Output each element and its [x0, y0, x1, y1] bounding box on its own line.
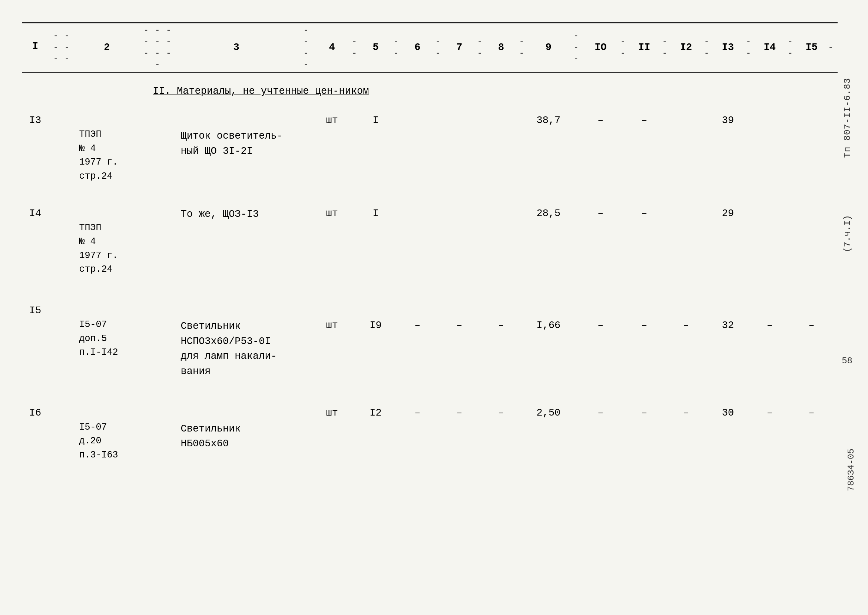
right-label-4: 786З4-05 [846, 448, 856, 491]
row-col14: – [757, 297, 783, 381]
row-sep4 [430, 200, 446, 278]
spacer-row-1 [22, 184, 838, 200]
row-sep7 [567, 297, 586, 381]
row-sep11 [741, 297, 757, 381]
spacer-row-2 [22, 278, 838, 297]
col-header-sep9: - - - [567, 23, 586, 73]
right-label-1: Тп 807-II-6.83 [842, 78, 852, 158]
col-header-sep10: - - [615, 23, 631, 73]
table-row: I5 I5-07 доп.5 п.I-I42 Светильник НСПО3х… [22, 297, 838, 381]
col-header-4: 4 [317, 23, 347, 73]
row-col12 [673, 200, 699, 278]
row-col7: – [446, 399, 472, 464]
row-sep5 [472, 297, 488, 381]
row-sep2 [347, 106, 363, 185]
row-sep2 [347, 399, 363, 464]
row-sep9 [657, 106, 673, 185]
row-id: I4 [22, 200, 48, 278]
row-col11: – [631, 297, 657, 381]
section-empty-1 [22, 72, 75, 106]
row-unit: шт [317, 399, 347, 464]
row-desc-sep [138, 200, 177, 278]
row-col8 [488, 200, 514, 278]
row-col5: I [363, 106, 389, 185]
row-sep7 [567, 399, 586, 464]
row-sep11 [741, 399, 757, 464]
row-sep7 [567, 106, 586, 185]
row-desc-sep [138, 399, 177, 464]
main-table-container: I - - - - - - 2 - - - - - - - - - - 3 - … [22, 22, 838, 464]
row-ref: I5-07 доп.5 п.I-I42 [75, 297, 138, 381]
col-header-sep7: - - [472, 23, 488, 73]
section-empty-2 [446, 72, 838, 106]
col-header-11: II [631, 23, 657, 73]
row-id: I3 [22, 106, 48, 185]
col-header-14: I4 [757, 23, 783, 73]
row-col9: 28,5 [530, 200, 567, 278]
row-col10: – [586, 200, 615, 278]
row-sep1 [296, 200, 317, 278]
row-remaining [741, 106, 838, 185]
row-col15: – [799, 297, 824, 381]
row-remaining [741, 200, 838, 278]
section-label: II. Материалы, не учтенные цен-ником [153, 84, 369, 99]
row-col15: – [799, 399, 824, 464]
row-id: I5 [22, 297, 48, 381]
row-col10: – [586, 399, 615, 464]
row-sep4 [430, 399, 446, 464]
row-sep6 [514, 200, 530, 278]
col-header-9: 9 [530, 23, 567, 73]
row-ref-sep [48, 399, 75, 464]
row-col11: – [631, 399, 657, 464]
row-sep3 [389, 200, 405, 278]
col-header-sep2: - - - - - - - - - - [138, 23, 177, 73]
section-label-cell: II. Материалы, не учтенные цен-ником [75, 72, 446, 106]
row-sep5 [472, 399, 488, 464]
row-ref: ТПЭП № 4 1977 г. стр.24 [75, 106, 138, 185]
row-col9: 38,7 [530, 106, 567, 185]
col-header-7: 7 [446, 23, 472, 73]
row-unit: шт [317, 297, 347, 381]
row-sep10 [699, 399, 715, 464]
col-header-sep11: - - [657, 23, 673, 73]
col-header-6: 6 [404, 23, 430, 73]
row-col11: – [631, 106, 657, 185]
table-row: I4 ТПЭП № 4 1977 г. стр.24 То же, ЩОЗ-I3… [22, 200, 838, 278]
col-header-sep6: - - [430, 23, 446, 73]
col-header-10: IO [586, 23, 615, 73]
row-col6: – [404, 399, 430, 464]
col-header-sep5: - - [389, 23, 405, 73]
row-sep3 [389, 399, 405, 464]
col-header-5: 5 [363, 23, 389, 73]
col-header-13: I3 [715, 23, 741, 73]
row-col13: 30 [715, 399, 741, 464]
row-sep9 [657, 399, 673, 464]
row-sep10 [699, 200, 715, 278]
row-sep1 [296, 297, 317, 381]
data-table: I - - - - - - 2 - - - - - - - - - - 3 - … [22, 22, 838, 464]
row-col6 [404, 200, 430, 278]
col-header-sep12: - - [699, 23, 715, 73]
row-col7 [446, 200, 472, 278]
row-col12 [673, 106, 699, 185]
row-col5: I9 [363, 297, 389, 381]
row-col13: 39 [715, 106, 741, 185]
row-col9: 2,50 [530, 399, 567, 464]
row-col12: – [673, 399, 699, 464]
row-col5: I [363, 200, 389, 278]
page: I - - - - - - 2 - - - - - - - - - - 3 - … [0, 0, 868, 615]
row-col10: – [586, 106, 615, 185]
row-sep4 [430, 297, 446, 381]
col-header-sep1: - - - - - - [48, 23, 75, 73]
table-row: I3 ТПЭП № 4 1977 г. стр.24 Щиток осветит… [22, 106, 838, 185]
row-sep1 [296, 399, 317, 464]
row-sep12 [783, 399, 799, 464]
row-col8: – [488, 297, 514, 381]
col-header-15: I5 [799, 23, 824, 73]
row-sep2 [347, 200, 363, 278]
row-col6 [404, 106, 430, 185]
row-col7: – [446, 297, 472, 381]
row-ref: I5-07 д.20 п.3-I63 [75, 399, 138, 464]
row-col8 [488, 106, 514, 185]
row-desc-sep [138, 297, 177, 381]
